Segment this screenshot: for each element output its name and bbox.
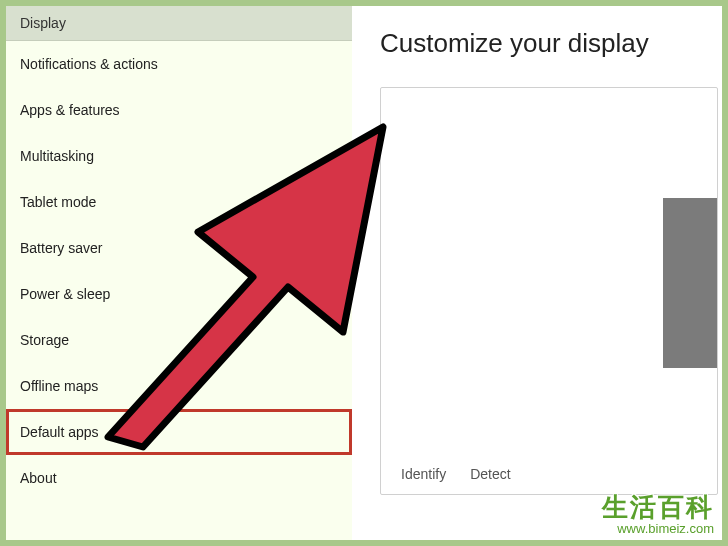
preview-actions: Identify Detect xyxy=(401,466,511,482)
sidebar-header-display[interactable]: Display xyxy=(6,6,352,41)
settings-sidebar: Display Notifications & actions Apps & f… xyxy=(6,6,352,540)
sidebar-item-storage[interactable]: Storage xyxy=(6,317,352,363)
sidebar-item-about[interactable]: About xyxy=(6,455,352,501)
watermark-text-cn: 生活百科 xyxy=(602,493,714,522)
sidebar-item-power-sleep[interactable]: Power & sleep xyxy=(6,271,352,317)
sidebar-item-tablet-mode[interactable]: Tablet mode xyxy=(6,179,352,225)
monitor-thumbnail[interactable] xyxy=(663,198,717,368)
sidebar-item-offline-maps[interactable]: Offline maps xyxy=(6,363,352,409)
identify-button[interactable]: Identify xyxy=(401,466,446,482)
settings-window: Display Notifications & actions Apps & f… xyxy=(6,6,722,540)
main-content: Customize your display Identify Detect xyxy=(352,6,722,540)
watermark: 生活百科 www.bimeiz.com xyxy=(602,493,714,536)
display-preview-box: Identify Detect xyxy=(380,87,718,495)
sidebar-item-apps-features[interactable]: Apps & features xyxy=(6,87,352,133)
sidebar-item-multitasking[interactable]: Multitasking xyxy=(6,133,352,179)
sidebar-item-notifications-actions[interactable]: Notifications & actions xyxy=(6,41,352,87)
detect-button[interactable]: Detect xyxy=(470,466,510,482)
watermark-url: www.bimeiz.com xyxy=(602,522,714,536)
sidebar-item-battery-saver[interactable]: Battery saver xyxy=(6,225,352,271)
sidebar-item-default-apps[interactable]: Default apps xyxy=(6,409,352,455)
page-title: Customize your display xyxy=(380,28,722,59)
